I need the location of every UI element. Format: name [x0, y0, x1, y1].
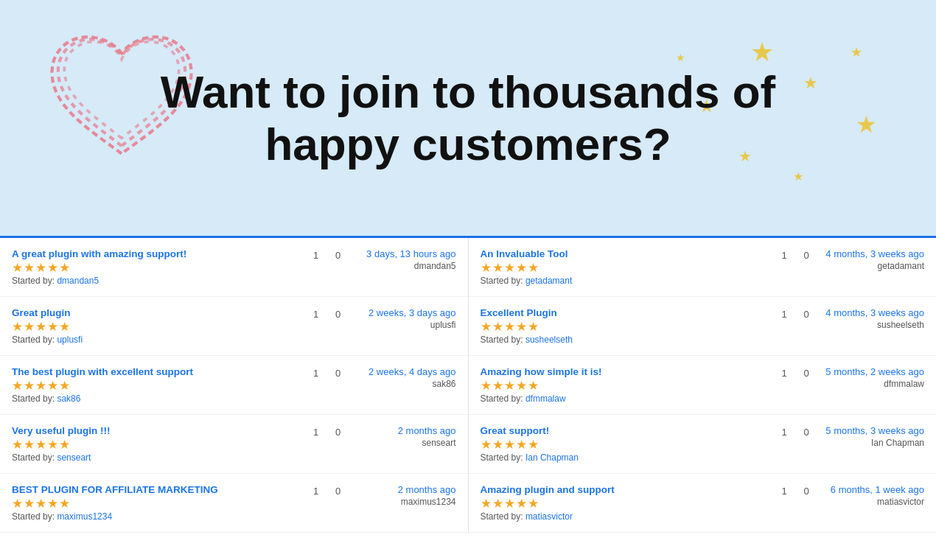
star-decoration-1: ★ — [750, 37, 774, 68]
review-time-text: 2 months ago — [353, 425, 456, 436]
review-author-link[interactable]: Ian Chapman — [525, 452, 579, 463]
review-title[interactable]: Great support! — [481, 425, 770, 436]
review-main-0-4: BEST PLUGIN FOR AFFILIATE MARKETING ★★★★… — [12, 484, 301, 522]
review-upvote: 1 — [309, 248, 324, 261]
review-author-link[interactable]: uplusfi — [57, 335, 83, 345]
review-time-user: uplusfi — [353, 320, 456, 330]
review-time-text: 2 months ago — [353, 484, 456, 495]
review-main-1-2: Amazing how simple it is! ★★★★★ Started … — [481, 366, 770, 404]
review-time-text: 3 days, 13 hours ago — [353, 248, 456, 259]
review-author: Started by: dfmmalaw — [481, 393, 770, 404]
review-time: 4 months, 3 weeks ago susheelseth — [821, 307, 924, 330]
review-title[interactable]: The best plugin with excellent support — [12, 366, 301, 377]
review-author: Started by: maximus1234 — [12, 511, 301, 522]
review-stars: ★★★★★ — [481, 262, 770, 274]
review-downvote: 0 — [799, 248, 814, 261]
review-time: 2 months ago maximus1234 — [353, 484, 456, 507]
review-title[interactable]: Excellent Plugin — [481, 307, 770, 318]
review-author-link[interactable]: sak86 — [57, 393, 80, 404]
review-author: Started by: senseart — [12, 452, 301, 463]
review-time-text: 2 weeks, 3 days ago — [353, 307, 456, 318]
table-row: An Invaluable Tool ★★★★★ Started by: get… — [469, 238, 937, 297]
review-author: Started by: sak86 — [12, 393, 301, 404]
review-title[interactable]: BEST PLUGIN FOR AFFILIATE MARKETING — [12, 484, 301, 495]
review-main-1-3: Great support! ★★★★★ Started by: Ian Cha… — [481, 425, 770, 463]
review-main-1-1: Excellent Plugin ★★★★★ Started by: sushe… — [481, 307, 770, 345]
review-time-text: 2 weeks, 4 days ago — [353, 366, 456, 377]
review-author: Started by: susheelseth — [481, 335, 770, 345]
star-decoration-7: ★ — [793, 169, 803, 183]
review-time-text: 6 months, 1 week ago — [821, 484, 924, 495]
review-main-0-3: Very useful plugin !!! ★★★★★ Started by:… — [12, 425, 301, 463]
review-downvote: 0 — [799, 484, 814, 497]
review-author: Started by: matiasvictor — [481, 511, 770, 522]
review-time: 4 months, 3 weeks ago getadamant — [821, 248, 924, 271]
review-stars: ★★★★★ — [12, 438, 301, 451]
review-title[interactable]: An Invaluable Tool — [481, 248, 770, 259]
review-time: 2 months ago senseart — [353, 425, 456, 448]
review-title[interactable]: Very useful plugin !!! — [12, 425, 301, 436]
review-title[interactable]: Amazing plugin and support — [481, 484, 770, 495]
review-stars: ★★★★★ — [481, 497, 770, 510]
review-downvote: 0 — [799, 425, 814, 438]
review-time: 3 days, 13 hours ago dmandan5 — [353, 248, 456, 271]
review-upvote: 1 — [309, 484, 324, 497]
table-row: A great plugin with amazing support! ★★★… — [0, 238, 468, 297]
review-author-link[interactable]: maximus1234 — [57, 511, 112, 522]
star-decoration-8: ★ — [676, 52, 685, 63]
review-time-user: maximus1234 — [353, 497, 456, 507]
review-time-user: sak86 — [353, 379, 456, 389]
review-title[interactable]: Amazing how simple it is! — [481, 366, 770, 377]
review-time-user: dmandan5 — [353, 261, 456, 271]
review-time-text: 5 months, 3 weeks ago — [821, 425, 924, 436]
review-time-user: matiasvictor — [821, 497, 924, 507]
review-author-link[interactable]: senseart — [57, 452, 91, 463]
review-downvote: 0 — [331, 307, 346, 320]
review-author: Started by: dmandan5 — [12, 276, 301, 286]
review-upvote: 1 — [309, 307, 324, 320]
review-downvote: 0 — [331, 484, 346, 497]
review-author-link[interactable]: susheelseth — [525, 335, 573, 345]
table-row: Amazing plugin and support ★★★★★ Started… — [469, 474, 937, 533]
review-stars: ★★★★★ — [481, 438, 770, 451]
review-time: 5 months, 2 weeks ago dfmmalaw — [821, 366, 924, 389]
review-author-link[interactable]: dmandan5 — [57, 276, 99, 286]
star-decoration-5: ★ — [856, 111, 877, 139]
review-stars: ★★★★★ — [12, 497, 301, 510]
review-time-user: getadamant — [821, 261, 924, 271]
review-main-0-0: A great plugin with amazing support! ★★★… — [12, 248, 301, 286]
review-title[interactable]: Great plugin — [12, 307, 301, 318]
hero-section: Want to join to thousands of happy custo… — [0, 0, 936, 236]
table-row: Great plugin ★★★★★ Started by: uplusfi 1… — [0, 297, 468, 356]
review-main-1-0: An Invaluable Tool ★★★★★ Started by: get… — [481, 248, 770, 286]
review-upvote: 1 — [777, 484, 792, 497]
review-time-text: 5 months, 2 weeks ago — [821, 366, 924, 377]
review-upvote: 1 — [777, 307, 792, 320]
review-author: Started by: uplusfi — [12, 335, 301, 345]
review-author-link[interactable]: dfmmalaw — [525, 393, 566, 404]
review-downvote: 0 — [331, 366, 346, 379]
review-main-0-2: The best plugin with excellent support ★… — [12, 366, 301, 404]
review-downvote: 0 — [331, 248, 346, 261]
reviews-column-0: A great plugin with amazing support! ★★★… — [0, 238, 469, 533]
hero-title: Want to join to thousands of happy custo… — [136, 66, 800, 171]
review-time-user: senseart — [353, 438, 456, 448]
table-row: BEST PLUGIN FOR AFFILIATE MARKETING ★★★★… — [0, 474, 468, 533]
review-main-1-4: Amazing plugin and support ★★★★★ Started… — [481, 484, 770, 522]
table-row: Excellent Plugin ★★★★★ Started by: sushe… — [469, 297, 937, 356]
table-row: The best plugin with excellent support ★… — [0, 356, 468, 415]
review-time-user: dfmmalaw — [821, 379, 924, 389]
review-upvote: 1 — [309, 425, 324, 438]
review-upvote: 1 — [777, 248, 792, 261]
review-title[interactable]: A great plugin with amazing support! — [12, 248, 301, 259]
table-row: Very useful plugin !!! ★★★★★ Started by:… — [0, 415, 468, 474]
review-upvote: 1 — [777, 366, 792, 379]
review-time: 2 weeks, 4 days ago sak86 — [353, 366, 456, 389]
review-stars: ★★★★★ — [481, 379, 770, 392]
review-author: Started by: Ian Chapman — [481, 452, 770, 463]
review-downvote: 0 — [331, 425, 346, 438]
review-stars: ★★★★★ — [12, 321, 301, 333]
review-author-link[interactable]: getadamant — [525, 276, 572, 286]
review-author-link[interactable]: matiasvictor — [525, 511, 573, 522]
table-row: Great support! ★★★★★ Started by: Ian Cha… — [469, 415, 937, 474]
